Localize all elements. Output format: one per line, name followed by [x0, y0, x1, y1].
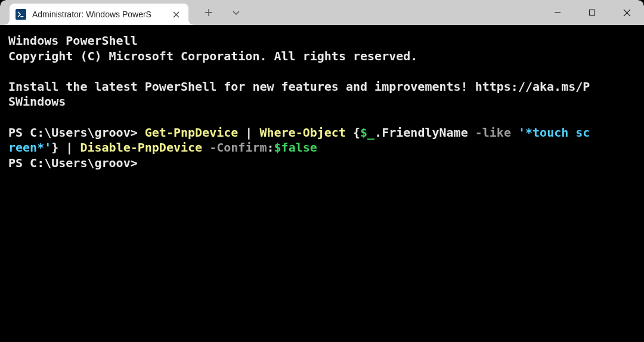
terminal-prompt: PS C:\Users\groov> — [8, 125, 145, 140]
brace-pipe: } | — [51, 140, 80, 155]
close-window-button[interactable] — [609, 0, 644, 25]
new-tab-button[interactable] — [200, 4, 217, 21]
parameter: -Confirm — [209, 140, 267, 155]
operator: -like — [475, 125, 511, 140]
terminal-line: Copyright (C) Microsoft Corporation. All… — [8, 49, 417, 63]
colon: : — [267, 140, 274, 155]
window-controls — [540, 0, 644, 25]
tab-area-controls — [200, 0, 244, 25]
svg-rect-2 — [590, 10, 595, 16]
terminal-line: Install the latest PowerShell for new fe… — [8, 79, 590, 94]
tab-dropdown-button[interactable] — [228, 4, 244, 21]
minimize-button[interactable] — [540, 0, 575, 25]
cmdlet: Get-PnpDevice — [145, 125, 239, 140]
titlebar: Administrator: Windows PowerS — [0, 0, 644, 25]
space — [511, 125, 518, 140]
terminal-line: SWindows — [8, 94, 66, 109]
string: reen*' — [8, 140, 51, 155]
maximize-button[interactable] — [575, 0, 609, 25]
powershell-icon — [16, 9, 26, 20]
terminal-output[interactable]: Windows PowerShell Copyright (C) Microso… — [0, 25, 644, 342]
string: '*touch sc — [518, 125, 590, 140]
property: .FriendlyName — [374, 125, 475, 140]
pipe: | — [238, 125, 259, 140]
tab-title: Administrator: Windows PowerS — [32, 10, 165, 19]
terminal-prompt: PS C:\Users\groov> — [8, 156, 138, 170]
close-tab-button[interactable] — [171, 9, 181, 20]
cmdlet: Where-Object — [259, 125, 346, 140]
tab-powershell[interactable]: Administrator: Windows PowerS — [10, 4, 188, 25]
cmdlet: Disable-PnpDevice — [80, 140, 202, 155]
variable: $false — [274, 140, 317, 155]
space — [202, 140, 209, 155]
app-window: Administrator: Windows PowerS W — [0, 0, 644, 342]
brace: { — [346, 125, 360, 140]
terminal-line: Windows PowerShell — [8, 33, 138, 48]
variable: $_ — [360, 125, 374, 140]
